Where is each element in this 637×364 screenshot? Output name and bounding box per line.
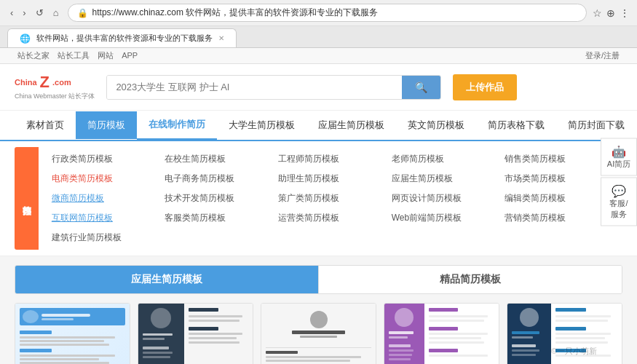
nav-item-home[interactable]: 素材首页: [15, 111, 76, 139]
nav-item-cover-resume[interactable]: 简历封面下载: [556, 111, 636, 139]
url-text: https://www.chinaz.com 软件网站，提供丰富的软件资源和专业…: [92, 7, 379, 19]
category-grid: 行政类简历模板 在校生简历模板 工程师简历模板 老师简历模板 销售类简历模板 电…: [39, 147, 622, 250]
category-section: 热门推荐 行政类简历模板 在校生简历模板 工程师简历模板 老师简历模板 销售类简…: [0, 141, 637, 256]
template-card-2[interactable]: 商务简洁新媒体运营兼文个人简历: [138, 303, 253, 364]
cat-item-4[interactable]: 销售类简历模板: [500, 150, 614, 168]
utility-link-app[interactable]: APP: [122, 51, 138, 60]
main-nav: 素材首页 简历模板 在线制作简历 大学生简历模板 应届生简历模板 英文简历模板 …: [0, 111, 637, 141]
hot-label: 热门推荐: [15, 147, 39, 250]
tab-title: 软件网站，提供丰富的软件资源和专业的下载服务: [36, 33, 213, 44]
search-input[interactable]: [107, 76, 402, 99]
browser-actions: ☆ ⊕ ⋮: [593, 7, 630, 19]
template-preview-4: [384, 304, 499, 364]
cat-item-14[interactable]: 编辑类简历模板: [500, 189, 614, 207]
customer-service-button[interactable]: 💬 客服/服务: [601, 178, 637, 226]
search-button[interactable]: 🔍: [402, 76, 440, 99]
side-buttons: 🤖 AI简历 💬 客服/服务: [601, 138, 637, 226]
template-preview-3: [261, 304, 376, 364]
ai-resume-label: AI简历: [607, 159, 630, 168]
cat-item-8[interactable]: 应届生简历模板: [387, 170, 501, 188]
logo-subtitle: China Webmaster 站长字体: [15, 92, 95, 101]
lock-icon: 🔒: [77, 8, 88, 18]
site-header: China Z .com China Webmaster 站长字体 🔍 上传作品: [0, 64, 637, 111]
template-card-1[interactable]: 1年经验游戏运营个人简历模板: [15, 303, 130, 364]
bookmark-icon[interactable]: ☆: [593, 7, 602, 19]
cat-item-7[interactable]: 助理生简历模板: [274, 170, 387, 188]
upload-button[interactable]: 上传作品: [453, 74, 517, 100]
utility-link-site[interactable]: 网站: [98, 51, 114, 60]
share-icon[interactable]: ⊕: [606, 7, 615, 19]
tab-fresh-graduate[interactable]: 应届生简历模板: [15, 266, 319, 293]
cat-item-1[interactable]: 在校生简历模板: [160, 150, 274, 168]
tab-icon: 🌐: [20, 33, 31, 44]
cat-item-0[interactable]: 行政类简历模板: [47, 150, 161, 168]
cat-item-19[interactable]: 营销类简历模板: [500, 209, 614, 227]
cat-item-18[interactable]: Web前端简历模板: [387, 209, 501, 227]
ai-icon: 🤖: [606, 145, 632, 159]
watermark: ©一只小萌新: [551, 346, 597, 357]
cat-item-11[interactable]: 技术开发简历模板: [160, 189, 274, 207]
search-bar: 🔍: [106, 75, 441, 100]
utility-right: 登录/注册: [582, 50, 622, 61]
browser-bar: ‹ › ↺ ⌂ 🔒 https://www.chinaz.com 软件网站，提供…: [0, 0, 637, 26]
address-bar[interactable]: 🔒 https://www.chinaz.com 软件网站，提供丰富的软件资源和…: [68, 4, 587, 22]
home-button[interactable]: ⌂: [50, 6, 62, 20]
template-grid-row1: 1年经验游戏运营个人简历模板: [15, 303, 622, 364]
utility-link-home[interactable]: 站长之家: [17, 51, 50, 60]
search-icon: 🔍: [415, 82, 427, 93]
cat-item-20[interactable]: 建筑行业简历模板: [47, 229, 161, 247]
cat-item-17[interactable]: 运营类简历模板: [274, 209, 387, 227]
cat-item-6[interactable]: 电子商务简历模板: [160, 170, 274, 188]
cat-item-15[interactable]: 互联网简历模板: [47, 209, 161, 227]
nav-controls[interactable]: ‹ › ↺ ⌂: [7, 6, 62, 20]
cat-item-2[interactable]: 工程师简历模板: [274, 150, 387, 168]
reload-button[interactable]: ↺: [33, 6, 47, 20]
section-tabs: 应届生简历模板 精品简历模板: [15, 265, 622, 294]
menu-icon[interactable]: ⋮: [620, 7, 630, 19]
tab-bar: 🌐 软件网站，提供丰富的软件资源和专业的下载服务 ✕: [0, 26, 637, 48]
login-register-link[interactable]: 登录/注册: [585, 51, 620, 60]
nav-item-english-resume[interactable]: 英文简历模板: [396, 111, 476, 139]
ai-resume-button[interactable]: 🤖 AI简历: [601, 138, 637, 176]
utility-bar: 站长之家 站长工具 网站 APP 登录/注册: [0, 48, 637, 64]
cat-item-9[interactable]: 市场类简历模板: [500, 170, 614, 188]
active-tab[interactable]: 🌐 软件网站，提供丰富的软件资源和专业的下载服务 ✕: [7, 28, 237, 47]
nav-item-online-resume[interactable]: 在线制作简历: [137, 111, 217, 140]
tab-close-button[interactable]: ✕: [218, 34, 224, 42]
template-card-4[interactable]: 销售经理英文个人简历模板: [384, 303, 499, 364]
service-label: 客服/服务: [609, 199, 628, 218]
nav-item-fresh-resume[interactable]: 应届生简历模板: [306, 111, 396, 139]
utility-link-tools[interactable]: 站长工具: [58, 51, 90, 60]
chat-icon: 💬: [606, 184, 632, 198]
nav-item-table-resume[interactable]: 简历表格下载: [476, 111, 556, 139]
cat-item-3[interactable]: 老师简历模板: [387, 150, 501, 168]
cat-item-13[interactable]: 网页设计简历模板: [387, 189, 501, 207]
nav-item-student-resume[interactable]: 大学生简历模板: [217, 111, 306, 139]
template-card-3[interactable]: 灰色极简室内设计师个人简历: [261, 303, 376, 364]
tab-premium[interactable]: 精品简历模板: [319, 266, 622, 293]
forward-button[interactable]: ›: [20, 6, 28, 20]
template-preview-1: [15, 304, 130, 364]
cat-item-10[interactable]: 微商简历模板: [47, 189, 161, 207]
cat-item-16[interactable]: 客服类简历模板: [160, 209, 274, 227]
nav-item-resume[interactable]: 简历模板: [76, 111, 137, 139]
cat-item-5[interactable]: 电商类简历模板: [47, 170, 161, 188]
logo-area: China Z .com China Webmaster 站长字体: [15, 73, 95, 101]
back-button[interactable]: ‹: [7, 6, 16, 20]
cat-item-12[interactable]: 策广类简历模板: [274, 189, 387, 207]
utility-left: 站长之家 站长工具 网站 APP: [15, 50, 141, 61]
content-area: 应届生简历模板 精品简历模板: [0, 256, 637, 364]
template-preview-2: [138, 304, 253, 364]
